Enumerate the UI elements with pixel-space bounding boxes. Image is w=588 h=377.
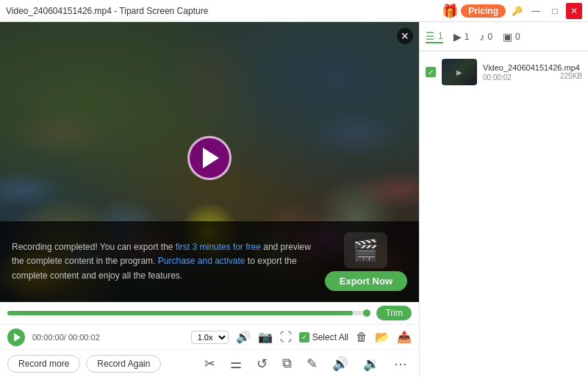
audio-tab-count: 0 <box>487 32 492 42</box>
maximize-button[interactable]: □ <box>547 3 563 19</box>
app-title: Video_240604151426.mp4 - Tipard Screen C… <box>6 6 208 16</box>
scissors-tool-button[interactable]: ✂ <box>200 354 220 373</box>
notification-overlay: Recording completed! You can export the … <box>0 221 419 302</box>
file-checkmark: ✓ <box>428 68 434 76</box>
purchase-activate-link[interactable]: Purchase and activate <box>158 256 245 266</box>
record-again-button[interactable]: Record Again <box>86 355 161 373</box>
timeline-track[interactable] <box>7 311 370 315</box>
video-tab-count: 1 <box>465 32 470 42</box>
equalizer-tool-button[interactable]: ⚌ <box>226 354 246 373</box>
titlebar-controls: 🎁 Pricing 🔑 — □ ✕ <box>442 3 582 19</box>
file-duration: 00:00:02 <box>483 73 512 82</box>
close-button[interactable]: ✕ <box>566 3 582 19</box>
export-icon-container: 🎬 <box>344 232 387 268</box>
select-all-label[interactable]: Select All <box>312 332 348 342</box>
main-container: ✕ Recording completed! You can export th… <box>0 22 588 377</box>
controls-bar: 00:00:00/ 00:00:02 1.0x 0.5x 1.5x 2.0x 🔊… <box>0 324 419 349</box>
select-all-area: ✓ Select All <box>299 332 348 342</box>
rotate-tool-button[interactable]: ↺ <box>252 354 272 373</box>
fullscreen-icon-button[interactable]: ⛶ <box>280 331 292 344</box>
gift-icon: 🎁 <box>442 3 458 19</box>
video-close-button[interactable]: ✕ <box>397 28 413 44</box>
play-pause-icon <box>14 333 21 342</box>
file-list: ✓ ▶ Video_240604151426.mp4 00:00:02 225K… <box>420 51 588 377</box>
play-overlay[interactable] <box>187 136 232 180</box>
file-checkbox[interactable]: ✓ <box>426 67 436 77</box>
export-folder-button[interactable]: 📤 <box>397 330 412 344</box>
video-tab-icon: ▶ <box>453 31 462 43</box>
time-display: 00:00:00/ 00:00:02 <box>32 333 100 342</box>
delete-button[interactable]: 🗑 <box>356 331 368 344</box>
image-tab-count: 0 <box>515 32 520 42</box>
left-panel: ✕ Recording completed! You can export th… <box>0 22 419 377</box>
file-item[interactable]: ✓ ▶ Video_240604151426.mp4 00:00:02 225K… <box>423 54 585 90</box>
key-icon-button[interactable]: 🔑 <box>509 3 525 19</box>
export-share-icon: 🎬 <box>353 238 379 262</box>
notification-text-area: Recording completed! You can export the … <box>12 240 313 283</box>
timeline-thumb[interactable] <box>363 309 370 317</box>
more-tool-button[interactable]: ⋯ <box>390 354 412 373</box>
camera-icon-button[interactable]: 📷 <box>258 330 273 344</box>
export-button-area: 🎬 Export Now <box>325 232 407 291</box>
bottom-toolbar: Record more Record Again ✂ ⚌ ↺ ⧉ ✎ 🔊 🔉 ⋯ <box>0 349 419 377</box>
file-thumbnail: ▶ <box>442 59 477 85</box>
timeline-area: Trim <box>0 302 419 324</box>
select-all-checkbox[interactable]: ✓ <box>299 332 309 342</box>
titlebar-title-area: Video_240604151426.mp4 - Tipard Screen C… <box>6 6 208 16</box>
copy-tool-button[interactable]: ⧉ <box>278 354 296 373</box>
free-minutes-link[interactable]: first 3 minutes for free <box>176 242 261 252</box>
checkmark-icon: ✓ <box>301 333 307 341</box>
volume-tool-button[interactable]: 🔉 <box>359 354 384 373</box>
file-size: 225KB <box>560 72 582 82</box>
tab-list[interactable]: ☰ 1 <box>426 30 443 43</box>
video-preview: ✕ Recording completed! You can export th… <box>0 22 419 302</box>
time-total: 00:00:02 <box>68 333 100 342</box>
notification-text1: Recording completed! You can export the <box>12 242 176 252</box>
folder-open-button[interactable]: 📂 <box>375 330 390 344</box>
minimize-button[interactable]: — <box>528 3 544 19</box>
thumbnail-placeholder: ▶ <box>456 68 462 76</box>
timeline-fill <box>7 311 353 315</box>
tab-image[interactable]: ▣ 0 <box>503 31 520 43</box>
record-more-button[interactable]: Record more <box>7 355 80 373</box>
trim-button[interactable]: Trim <box>376 306 412 320</box>
speaker-tool-button[interactable]: 🔊 <box>328 354 353 373</box>
file-info: Video_240604151426.mp4 00:00:02 225KB <box>483 63 582 82</box>
export-now-button[interactable]: Export Now <box>325 271 407 291</box>
list-tab-count: 1 <box>438 31 443 41</box>
image-tab-icon: ▣ <box>503 31 512 43</box>
play-triangle-icon <box>203 148 219 168</box>
volume-icon-button[interactable]: 🔊 <box>236 330 251 344</box>
tab-bar: ☰ 1 ▶ 1 ♪ 0 ▣ 0 <box>420 22 588 51</box>
time-current: 00:00:00 <box>32 333 64 342</box>
audio-tab-icon: ♪ <box>479 31 484 43</box>
play-button-circle[interactable] <box>187 136 232 180</box>
edit-tool-button[interactable]: ✎ <box>302 354 322 373</box>
titlebar: Video_240604151426.mp4 - Tipard Screen C… <box>0 0 588 22</box>
list-tab-icon: ☰ <box>426 30 435 42</box>
tab-audio[interactable]: ♪ 0 <box>479 31 492 43</box>
play-pause-button[interactable] <box>7 328 25 346</box>
file-name: Video_240604151426.mp4 <box>483 63 582 72</box>
tab-video[interactable]: ▶ 1 <box>453 31 470 43</box>
right-panel: ☰ 1 ▶ 1 ♪ 0 ▣ 0 ✓ <box>419 22 588 377</box>
speed-selector[interactable]: 1.0x 0.5x 1.5x 2.0x <box>191 331 229 344</box>
pricing-button[interactable]: Pricing <box>461 4 506 18</box>
